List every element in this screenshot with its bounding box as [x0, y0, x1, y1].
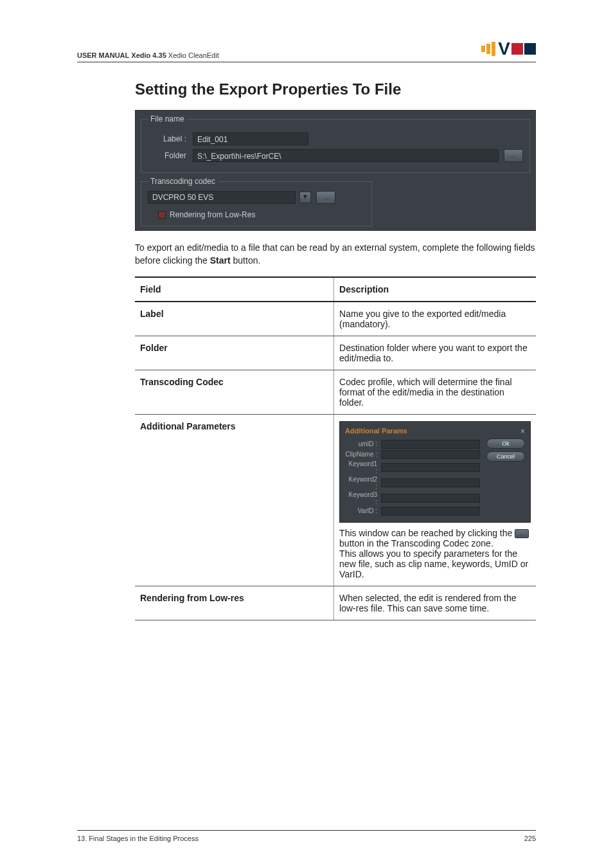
varid-input[interactable]	[381, 507, 480, 516]
logo-bar-icon	[486, 44, 490, 54]
keyword3-label: Keyword3 :	[345, 491, 381, 505]
row-desc: Codec profile, which will determine the …	[334, 370, 536, 414]
row-name: Folder	[135, 336, 334, 370]
evs-logo: V	[481, 39, 536, 59]
logo-bar-icon	[492, 42, 495, 56]
keyword3-input[interactable]	[381, 494, 480, 503]
params-desc-mid: button in the Transcoding Codec zone.	[339, 538, 493, 548]
ok-button[interactable]: Ok	[486, 439, 525, 449]
export-properties-panel: File name Label : Edit_001 Folder S:\_Ex…	[135, 110, 536, 231]
logo-square-icon	[511, 43, 523, 55]
intro-pre: To export an edit/media to a file that c…	[135, 242, 535, 266]
logo-square-icon	[524, 43, 536, 55]
module-name: Xedio CleanEdit	[168, 51, 219, 59]
close-icon[interactable]: ×	[520, 427, 525, 436]
umid-input[interactable]	[381, 440, 480, 449]
codec-group: Transcoding codec DVCPRO 50 EVS ▼ ... Re…	[141, 177, 372, 226]
header-left: USER MANUAL Xedio 4.35 Xedio CleanEdit	[77, 51, 219, 59]
render-lowres-checkbox[interactable]	[158, 211, 166, 219]
row-name: Label	[135, 302, 334, 336]
codec-dropdown-button[interactable]: ▼	[299, 192, 311, 203]
row-name: Additional Parameters	[135, 414, 334, 586]
render-lowres-label: Rendering from Low-Res	[170, 210, 255, 219]
th-field: Field	[135, 277, 334, 302]
params-desc-post: This allows you to specify parameters fo…	[339, 548, 528, 579]
filename-group: File name Label : Edit_001 Folder S:\_Ex…	[141, 114, 530, 173]
keyword1-label: Keyword1 :	[345, 460, 381, 475]
intro-bold: Start	[210, 255, 231, 266]
footer-chapter: 13. Final Stages in the Editing Process	[77, 835, 199, 842]
ellipsis-icon: ...	[515, 529, 529, 538]
row-desc: Destination folder where you want to exp…	[334, 336, 536, 370]
section-title: Setting the Export Properties To File	[135, 80, 536, 98]
row-desc: Additional Params × umID : ClipName : Ke…	[334, 414, 536, 586]
clipname-input[interactable]	[381, 450, 480, 459]
page-header: USER MANUAL Xedio 4.35 Xedio CleanEdit V	[77, 39, 536, 62]
codec-params-button[interactable]: ...	[316, 191, 335, 204]
table-row: Transcoding Codec Codec profile, which w…	[135, 370, 536, 414]
manual-prefix: USER MANUAL	[77, 51, 129, 59]
footer-page-number: 225	[524, 835, 536, 842]
varid-label: VarID :	[345, 507, 381, 514]
th-description: Description	[334, 277, 536, 302]
table-row: Label Name you give to the exported edit…	[135, 302, 536, 336]
fields-table: Field Description Label Name you give to…	[135, 276, 536, 620]
codec-legend: Transcoding codec	[148, 177, 218, 186]
cancel-button[interactable]: Cancel	[486, 451, 525, 462]
folder-caption: Folder	[148, 151, 193, 160]
codec-select[interactable]: DVCPRO 50 EVS	[148, 191, 296, 204]
row-name: Rendering from Low-res	[135, 586, 334, 620]
keyword2-input[interactable]	[381, 478, 480, 487]
label-caption: Label :	[148, 134, 193, 143]
umid-label: umID :	[345, 440, 381, 448]
row-name: Transcoding Codec	[135, 370, 334, 414]
label-input[interactable]: Edit_001	[193, 132, 308, 145]
row-desc: Name you give to the exported edit/media…	[334, 302, 536, 336]
logo-bar-icon	[481, 46, 485, 52]
additional-params-panel: Additional Params × umID : ClipName : Ke…	[339, 421, 531, 523]
clipname-label: ClipName :	[345, 451, 381, 458]
filename-legend: File name	[148, 114, 187, 123]
keyword2-label: Keyword2 :	[345, 476, 381, 490]
page-footer: 13. Final Stages in the Editing Process …	[77, 830, 536, 842]
product-name: Xedio 4.35	[131, 51, 166, 59]
params-desc: This window can be reached by clicking t…	[339, 528, 531, 579]
intro-post: button.	[231, 255, 261, 266]
browse-folder-button[interactable]: ...	[504, 149, 523, 162]
params-title: Additional Params	[345, 427, 407, 436]
params-desc-pre: This window can be reached by clicking t…	[339, 528, 515, 538]
codec-value: DVCPRO 50 EVS	[152, 193, 213, 202]
table-row: Rendering from Low-res When selected, th…	[135, 586, 536, 620]
folder-input[interactable]: S:\_Export\hi-res\ForCE\	[193, 149, 499, 162]
logo-letter: V	[498, 39, 509, 59]
table-row: Additional Parameters Additional Params …	[135, 414, 536, 586]
row-desc: When selected, the edit is rendered from…	[334, 586, 536, 620]
table-row: Folder Destination folder where you want…	[135, 336, 536, 370]
intro-text: To export an edit/media to a file that c…	[135, 241, 536, 267]
keyword1-input[interactable]	[381, 463, 480, 472]
